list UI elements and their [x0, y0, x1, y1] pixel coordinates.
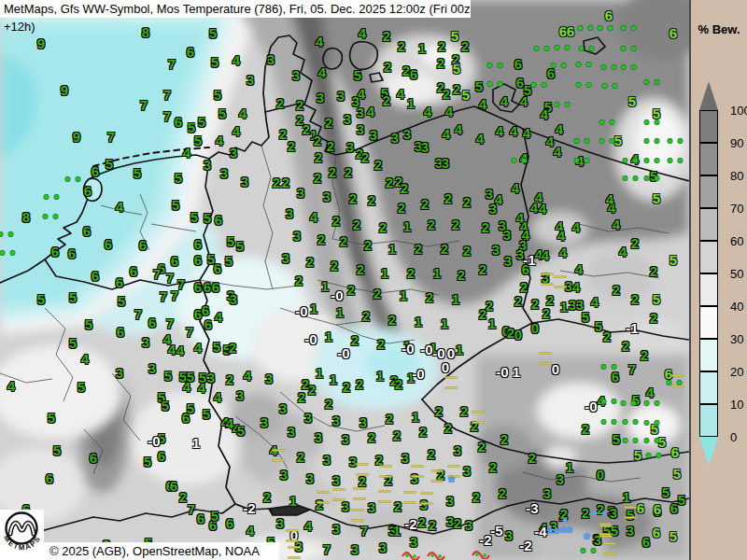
temperature-value: 2: [603, 329, 611, 343]
temperature-value: 5: [211, 55, 218, 69]
temperature-value: 1: [418, 41, 426, 55]
temperature-value-bright: 5: [669, 253, 677, 267]
temperature-value: 2: [331, 259, 338, 273]
temperature-value: 1: [289, 494, 297, 508]
scale-label: 50: [730, 267, 747, 281]
temperature-value: 2: [357, 262, 364, 276]
temperature-value: 6: [194, 237, 202, 251]
temperature-value: 3: [247, 73, 254, 87]
temperature-value: 2: [276, 96, 284, 110]
temperature-value: 2: [460, 404, 468, 418]
fog-symbol: [542, 273, 554, 286]
temperature-value-bright: 6: [637, 501, 644, 515]
temperature-value: 4: [554, 145, 561, 159]
legend-sidebar: % Bew. 1009080706050403020100: [689, 0, 747, 560]
temperature-value: 2: [179, 490, 187, 504]
temperature-value: 6: [68, 246, 76, 260]
temperature-value: 3: [346, 140, 354, 154]
temperature-value: 3: [337, 89, 345, 103]
temperature-value: 2: [383, 29, 390, 43]
temperature-value-negative: -0: [496, 365, 508, 379]
temperature-value: 6: [92, 269, 99, 283]
temperature-value-bright: 6: [654, 502, 661, 516]
temperature-value: 2: [351, 333, 359, 347]
temperature-value: 5: [613, 432, 620, 446]
temperature-value: 4: [318, 65, 326, 79]
temperature-value: 4: [476, 132, 484, 146]
temperature-value: 4: [216, 133, 223, 147]
temperature-value: 4: [520, 94, 528, 108]
temperature-value: 3: [142, 335, 149, 349]
scale-cell: [699, 208, 718, 241]
temperature-value: 2: [315, 150, 322, 164]
temperature-value: 7: [188, 502, 195, 516]
drizzle-symbol: [599, 120, 614, 125]
temperature-value: 2: [279, 127, 287, 141]
weather-map[interactable]: 9856754397577655543497544353553366866644…: [0, 0, 689, 560]
temperature-value: 5: [175, 171, 182, 185]
drizzle-symbol: [646, 454, 661, 458]
snow-dot-symbol: [563, 519, 568, 524]
temperature-value: 3: [402, 451, 409, 465]
drizzle-symbol: [487, 82, 502, 87]
temperature-value: 1: [325, 329, 332, 343]
fog-symbol: [333, 489, 345, 501]
drizzle-symbol: [574, 159, 589, 163]
drizzle-symbol: [644, 159, 659, 163]
temperature-value: 6: [214, 261, 221, 275]
temperature-value: 6: [175, 115, 182, 129]
temperature-value: 4: [116, 200, 123, 214]
drizzle-symbol: [581, 549, 596, 553]
temperature-value: 3: [148, 361, 156, 375]
temperature-value-negative: -0: [337, 346, 349, 360]
snow-symbol: **: [547, 525, 559, 542]
scale-cell: [699, 175, 718, 208]
temperature-value: 6: [547, 66, 555, 80]
temperature-value: 7: [166, 271, 174, 285]
temperature-value: 2: [356, 377, 363, 391]
temperature-value: 2: [388, 313, 396, 327]
temperature-value-bright: 5: [614, 133, 622, 147]
temperature-value: 3: [220, 166, 228, 180]
scale-label: 0: [730, 430, 747, 444]
temperature-value: 4: [556, 122, 563, 136]
temperature-value: 0: [514, 328, 522, 342]
temperature-value: 2: [472, 490, 480, 504]
drizzle-symbol: [644, 120, 659, 125]
temperature-value: 7: [160, 289, 167, 303]
fog-symbol: [604, 543, 616, 555]
temperature-value: 6: [139, 238, 147, 252]
temperature-value: 2: [306, 255, 314, 269]
temperature-value: 5: [194, 133, 202, 147]
temperature-value-negative: -0: [432, 346, 444, 360]
temperature-value: 2: [463, 244, 471, 258]
temperature-value: 2: [622, 339, 629, 353]
temperature-value: 6: [215, 213, 222, 227]
temperature-value: 4: [500, 94, 508, 108]
station-glyph-layer: 9856754397577655543497544353553366866644…: [0, 0, 689, 560]
temperature-value: 2: [314, 133, 321, 147]
temperature-value: 7: [153, 267, 161, 281]
temperature-value: 2: [463, 195, 471, 209]
temperature-value: 5: [172, 198, 179, 212]
temperature-value-negative: -5: [490, 524, 502, 538]
temperature-value: 2: [386, 175, 393, 189]
temperature-value: 3: [207, 371, 215, 385]
temperature-value-negative: -2: [243, 501, 255, 515]
temperature-value: 2: [631, 236, 639, 250]
temperature-value: 6: [194, 253, 202, 267]
temperature-value: 2: [375, 453, 383, 467]
temperature-value: 5: [475, 79, 483, 93]
temperature-value: 2: [444, 191, 452, 205]
temperature-value: 1: [441, 316, 448, 330]
temperature-value: 6: [612, 370, 619, 384]
temperature-value: 1: [376, 369, 384, 383]
temperature-value: 0: [597, 468, 604, 482]
temperature-value: 5: [190, 210, 198, 224]
temperature-value: 5: [209, 26, 217, 40]
temperature-value: 2: [421, 197, 429, 211]
drizzle-symbol: [644, 80, 659, 85]
fog-symbol: [445, 377, 458, 389]
fog-symbol: [599, 524, 612, 536]
temperature-value: 1: [452, 292, 459, 306]
